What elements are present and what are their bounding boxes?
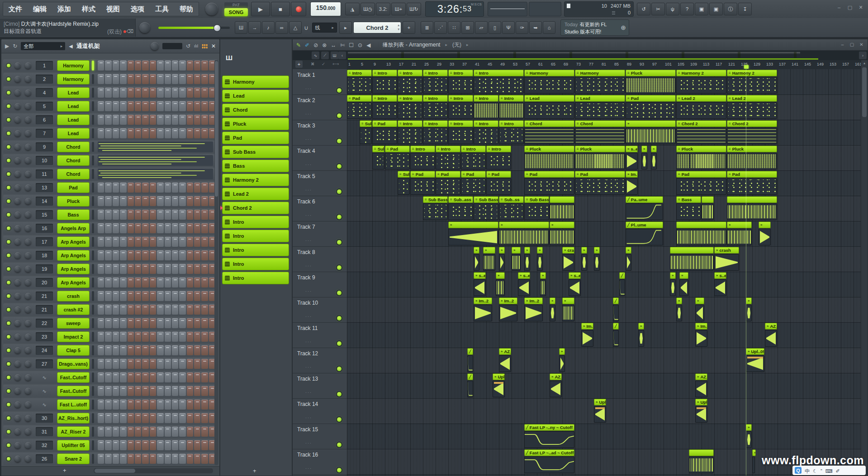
playlist-clip[interactable]: » — [727, 222, 752, 246]
step-cell[interactable] — [165, 413, 171, 423]
step-cell[interactable] — [142, 183, 148, 193]
step-cell[interactable] — [120, 427, 126, 437]
step-cell[interactable] — [201, 318, 208, 328]
step-cell[interactable] — [194, 61, 200, 71]
channel-led[interactable] — [7, 199, 10, 203]
rack-hscroll-thumb[interactable] — [95, 469, 135, 473]
playlist-clip[interactable]: ≡Pad — [461, 171, 486, 195]
clip-label[interactable]: ≡Pad — [436, 171, 460, 178]
rack-swing-knob[interactable] — [151, 42, 159, 50]
mixer-track-number[interactable]: 13 — [36, 183, 53, 192]
step-cell[interactable] — [113, 318, 119, 328]
channel-selector-slot[interactable] — [92, 183, 94, 193]
playlist-clip[interactable]: »Im..2 — [695, 323, 707, 347]
step-cell[interactable] — [187, 128, 193, 138]
channel-volume-knob[interactable] — [25, 320, 31, 326]
playlist-clip[interactable]: » — [641, 146, 647, 170]
add-pattern-list-button[interactable]: + — [253, 467, 256, 474]
step-cell[interactable] — [201, 74, 208, 84]
channel-pan-knob[interactable] — [14, 401, 21, 408]
clip-label[interactable]: ╱ — [467, 373, 473, 380]
step-cell[interactable] — [157, 278, 163, 287]
step-cell[interactable] — [150, 291, 156, 301]
step-cell[interactable] — [142, 386, 148, 396]
help-button[interactable]: ? — [680, 3, 694, 15]
channel-pan-knob[interactable] — [14, 144, 21, 150]
step-cell[interactable] — [179, 196, 185, 206]
step-cell[interactable] — [128, 210, 134, 220]
step-cell[interactable] — [165, 250, 171, 260]
channel-volume-knob[interactable] — [25, 212, 31, 218]
step-cell[interactable] — [201, 115, 208, 125]
step-cell[interactable] — [165, 183, 171, 193]
step-cell[interactable] — [150, 115, 156, 125]
clip-label[interactable]: ≡Pad — [385, 146, 410, 152]
step-cell[interactable] — [128, 372, 134, 382]
step-cell[interactable] — [98, 250, 104, 260]
playlist-clip[interactable]: ≡Intro — [474, 70, 524, 94]
clip-label[interactable]: ≡Chord 2 — [727, 120, 777, 127]
channel-led[interactable] — [7, 416, 10, 420]
playlist-clip[interactable]: » — [670, 272, 676, 297]
track-led[interactable] — [337, 240, 342, 245]
clip-label[interactable]: ≡Sub Bass — [524, 196, 549, 203]
step-cell[interactable] — [120, 250, 126, 260]
step-cell[interactable] — [172, 386, 178, 396]
ime-item-4[interactable]: ✐ — [835, 468, 840, 474]
add-pattern-button[interactable]: + — [403, 21, 415, 34]
step-cell[interactable] — [128, 400, 134, 410]
playlist-clip[interactable] — [702, 196, 714, 221]
clip-label[interactable]: ≡Intro — [448, 95, 473, 102]
step-cell[interactable] — [157, 345, 163, 355]
channel-pan-knob[interactable] — [14, 388, 21, 394]
playlist-vertical-scrollbar[interactable]: ▴ ▾ — [861, 60, 868, 476]
playback-icon[interactable]: ◀ — [366, 42, 370, 48]
clip-label[interactable]: ≡Pad — [372, 120, 397, 127]
step-cell[interactable] — [201, 250, 208, 260]
step-cell[interactable] — [157, 61, 163, 71]
step-cell[interactable] — [142, 264, 148, 274]
rack-grid-icon[interactable] — [202, 44, 208, 49]
channel-selector-slot[interactable] — [92, 61, 94, 71]
step-cell[interactable] — [165, 427, 171, 437]
step-cell[interactable] — [179, 128, 185, 138]
track-led[interactable] — [337, 164, 342, 169]
track-options-dots[interactable]: ··· — [305, 112, 312, 116]
channel-button[interactable]: Lead — [57, 114, 90, 125]
step-cell[interactable] — [150, 264, 156, 274]
mixer-track-number[interactable]: 15 — [36, 210, 53, 219]
clip-label[interactable]: »s..ep — [626, 146, 638, 152]
track-led[interactable] — [337, 189, 342, 194]
playlist-clip[interactable]: »s..ep — [569, 272, 581, 297]
step-cell[interactable] — [98, 223, 104, 233]
clip-label[interactable]: »s..ep — [474, 272, 486, 279]
step-cell[interactable] — [142, 88, 148, 98]
clip-label[interactable]: ≡Chord — [524, 120, 574, 127]
step-cell[interactable] — [201, 359, 208, 369]
track-options-dots[interactable]: ··· — [305, 137, 312, 141]
playlist-clip[interactable]: » — [626, 247, 631, 271]
step-cell[interactable] — [172, 332, 178, 342]
step-cell[interactable] — [201, 427, 208, 437]
playlist-clip[interactable]: ≡Pad — [486, 171, 511, 195]
step-cell[interactable] — [187, 88, 193, 98]
channel-selector-slot[interactable] — [92, 291, 94, 301]
step-cell[interactable] — [194, 74, 200, 84]
step-cell[interactable] — [187, 278, 193, 287]
step-cell[interactable] — [194, 454, 200, 464]
track-header[interactable]: Track 4··· — [293, 145, 347, 171]
step-cell[interactable] — [201, 223, 208, 233]
channel-selector-slot[interactable] — [92, 237, 94, 247]
track-header[interactable]: Track 6··· — [293, 196, 347, 222]
step-cell[interactable] — [165, 196, 171, 206]
step-cell[interactable] — [165, 74, 171, 84]
clip-label[interactable]: »crash — [562, 247, 574, 254]
step-cell[interactable] — [179, 237, 185, 247]
step-cell[interactable] — [157, 400, 163, 410]
step-cell[interactable] — [142, 372, 148, 382]
step-cell[interactable] — [142, 128, 148, 138]
playlist-clip[interactable]: »AZ_..2 — [499, 348, 511, 372]
clip-label[interactable]: » — [759, 222, 771, 228]
step-cell[interactable] — [157, 115, 163, 125]
mixer-track-number[interactable]: 18 — [36, 251, 53, 260]
